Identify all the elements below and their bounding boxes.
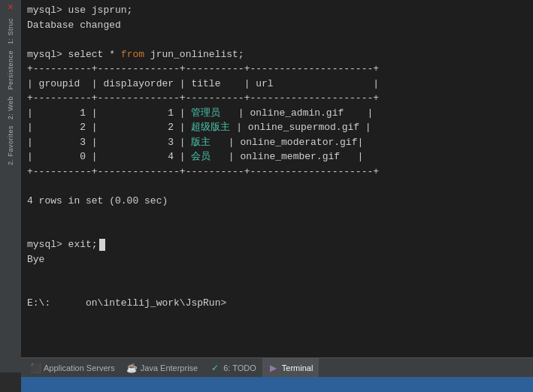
- terminal-output[interactable]: mysql> use jsprun; Database changed mysq…: [21, 0, 533, 357]
- table-row-4: | 0 | 4 | 会员 | online_member.gif |: [27, 149, 527, 164]
- line-use-cmd: mysql> use jsprun;: [27, 3, 527, 18]
- line-prompt: E:\: on\intellij_work\JspRun>: [27, 296, 527, 311]
- java-enterprise-label: Java Enterprise: [141, 363, 198, 372]
- sidebar-item-persistence[interactable]: Persistence: [7, 50, 14, 90]
- todo-icon: ✓: [210, 363, 220, 373]
- toolbar-terminal[interactable]: ▶ Terminal: [262, 358, 319, 377]
- sidebar: × 1: Struc Persistence 2: Web 2. Favorit…: [0, 0, 21, 372]
- main-area: mysql> use jsprun; Database changed mysq…: [21, 0, 533, 392]
- toolbar-app-servers[interactable]: ⬛ Application Servers: [24, 358, 121, 377]
- terminal-label: Terminal: [282, 363, 313, 372]
- app-servers-label: Application Servers: [44, 363, 115, 372]
- app-servers-icon: ⬛: [30, 363, 41, 373]
- line-exit-cmd: mysql> exit;: [27, 237, 527, 252]
- toolbar-todo[interactable]: ✓ 6: TODO: [204, 358, 262, 377]
- line-blank-5: [27, 267, 527, 282]
- line-bye: Bye: [27, 252, 527, 267]
- table-row-2: | 2 | 2 | 超级版主 | online_supermod.gif |: [27, 120, 527, 135]
- terminal-icon: ▶: [268, 363, 279, 373]
- close-icon[interactable]: ×: [8, 2, 14, 14]
- sidebar-item-favorites[interactable]: 2. Favorites: [7, 125, 14, 165]
- table-row-3: | 3 | 3 | 版主 | online_moderator.gif|: [27, 135, 527, 150]
- line-blank-1: [27, 32, 527, 47]
- table-row-1: | 1 | 1 | 管理员 | online_admin.gif |: [27, 106, 527, 121]
- line-blank-3: [27, 208, 527, 223]
- todo-label: 6: TODO: [223, 363, 256, 372]
- bottom-toolbar: ⬛ Application Servers ☕ Java Enterprise …: [21, 357, 533, 377]
- line-result-count: 4 rows in set (0.00 sec): [27, 194, 527, 209]
- status-bar: [21, 377, 533, 392]
- line-blank-4: [27, 223, 527, 238]
- line-border-2: +----------+--------------+----------+--…: [27, 91, 527, 106]
- line-blank-6: [27, 282, 527, 297]
- line-border-3: +----------+--------------+----------+--…: [27, 164, 527, 179]
- sidebar-item-structure[interactable]: 1: Struc: [7, 18, 14, 44]
- sidebar-item-web[interactable]: 2: Web: [7, 96, 14, 119]
- java-enterprise-icon: ☕: [127, 363, 138, 373]
- toolbar-java-enterprise[interactable]: ☕ Java Enterprise: [121, 358, 204, 377]
- cursor: [99, 239, 105, 251]
- line-header: | groupid | displayorder | title | url |: [27, 77, 527, 92]
- line-select-cmd: mysql> select * from jrun_onlinelist;: [27, 47, 527, 62]
- line-border-1: +----------+--------------+----------+--…: [27, 62, 527, 77]
- line-db-changed: Database changed: [27, 18, 527, 33]
- line-blank-2: [27, 179, 527, 194]
